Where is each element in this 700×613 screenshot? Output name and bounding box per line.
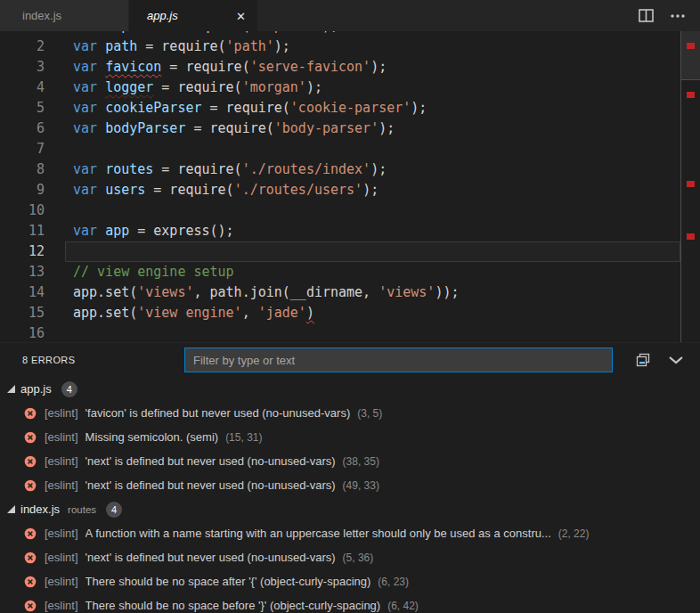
code-text: var path = require('path'); (65, 37, 680, 57)
scrollbar-thumb[interactable] (681, 31, 700, 80)
line-number: 4 (0, 78, 65, 98)
code-line[interactable]: 12 (0, 241, 680, 262)
group-file-label: index.js (20, 503, 60, 516)
tab-label: app.js (129, 9, 178, 22)
twistie-expanded-icon (7, 385, 15, 393)
twistie-expanded-icon (7, 505, 15, 513)
code-text: // view engine setup (65, 262, 680, 282)
problem-row[interactable]: [eslint] 'next' is defined but never use… (0, 545, 700, 569)
problems-group-row[interactable]: index.js routes 4 (0, 497, 700, 521)
errors-count-label: 8 ERRORS (22, 343, 75, 377)
tab-index-js[interactable]: index.js (0, 0, 129, 31)
code-line[interactable]: 10 (0, 200, 680, 221)
ruler-error-marker (687, 181, 695, 187)
problem-source: [eslint] (45, 599, 78, 612)
line-number: 10 (0, 200, 65, 221)
problem-message: There should be no space before '}' (obj… (85, 599, 381, 612)
code-text: app.set('views', path.join(__dirname, 'v… (65, 282, 680, 303)
code-line[interactable]: 4var logger = require('morgan'); (0, 78, 680, 98)
editor-tab-bar: index.js app.js ✕ (0, 0, 700, 31)
problem-row[interactable]: [eslint] There should be no space before… (0, 593, 700, 613)
more-actions-icon[interactable] (670, 13, 686, 19)
code-line[interactable]: 5var cookieParser = require('cookie-pars… (0, 98, 680, 119)
code-text (65, 139, 680, 159)
code-line[interactable]: 9var users = require('./routes/users'); (0, 180, 680, 200)
problem-source: [eslint] (45, 551, 78, 564)
problem-row[interactable]: [eslint] Missing semicolon. (semi) (15, … (0, 425, 700, 449)
code-text (65, 323, 680, 342)
line-number: 14 (0, 282, 65, 303)
code-line[interactable]: 3var favicon = require('serve-favicon'); (0, 57, 680, 78)
problem-row[interactable]: [eslint] 'next' is defined but never use… (0, 449, 700, 473)
code-line[interactable]: 11var app = express(); (0, 221, 680, 241)
close-icon[interactable]: ✕ (236, 9, 246, 22)
code-line[interactable]: 15app.set('view engine', 'jade') (0, 303, 680, 323)
problem-position: (3, 5) (357, 407, 382, 420)
code-text: app.set('view engine', 'jade') (65, 303, 680, 323)
problem-message: 'next' is defined but never used (no-unu… (85, 454, 336, 468)
problems-panel: 8 ERRORS app.js 4 (0, 342, 700, 613)
line-number: 13 (0, 262, 65, 282)
marker-list: app.js 4 [eslint] 'favicon' is defined b… (0, 377, 700, 613)
problem-position: (49, 33) (343, 479, 379, 492)
code-text: var routes = require('./routes/index'); (65, 159, 680, 180)
code-text: var cookieParser = require('cookie-parse… (65, 98, 680, 119)
problem-row[interactable]: [eslint] 'next' is defined but never use… (0, 473, 700, 497)
line-number: 7 (0, 139, 65, 159)
code-line[interactable]: 13// view engine setup (0, 262, 680, 282)
line-number: 11 (0, 221, 65, 241)
problem-position: (38, 35) (343, 455, 379, 468)
code-text (65, 241, 680, 262)
collapse-all-icon[interactable] (636, 353, 650, 367)
problems-group-row[interactable]: app.js 4 (0, 377, 700, 401)
problem-source: [eslint] (45, 406, 78, 420)
line-number: 12 (0, 241, 65, 262)
group-count-badge: 4 (61, 381, 77, 397)
split-editor-icon[interactable] (639, 9, 654, 22)
problem-message: A function with a name starting with an … (85, 527, 551, 540)
problem-position: (6, 42) (387, 600, 419, 612)
problem-position: (2, 22) (558, 527, 590, 540)
line-number: 5 (0, 98, 65, 119)
error-icon (24, 455, 37, 468)
problem-message: 'next' is defined but never used (no-unu… (85, 478, 336, 492)
problem-source: [eslint] (45, 430, 78, 444)
problem-row[interactable]: [eslint] 'favicon' is defined but never … (0, 401, 700, 425)
code-line[interactable]: 16 (0, 323, 680, 342)
line-number: 16 (0, 323, 65, 342)
error-icon (24, 479, 37, 492)
code-line[interactable]: 14app.set('views', path.join(__dirname, … (0, 282, 680, 303)
group-file-label: app.js (20, 382, 52, 396)
editor-scrollbar[interactable] (680, 31, 700, 342)
vscode-window: index.js app.js ✕ 1var express (0, 0, 700, 613)
tabbar-actions (639, 0, 700, 31)
code-text: var logger = require('morgan'); (65, 78, 680, 98)
code-line[interactable]: 2var path = require('path'); (0, 37, 680, 57)
code-text: var users = require('./routes/users'); (65, 180, 680, 200)
code-line[interactable]: 7 (0, 139, 680, 159)
error-icon (24, 431, 37, 444)
code-text: var bodyParser = require('body-parser'); (65, 119, 680, 139)
problem-row[interactable]: [eslint] There should be no space after … (0, 569, 700, 593)
code-editor[interactable]: 1var express = require('express');2var p… (0, 31, 700, 342)
line-number: 9 (0, 180, 65, 200)
problem-message: 'next' is defined but never used (no-unu… (85, 551, 336, 564)
problems-filter-input[interactable] (184, 347, 613, 372)
problem-source: [eslint] (45, 575, 78, 588)
problem-position: (5, 36) (343, 552, 374, 564)
code-text: var favicon = require('serve-favicon'); (65, 57, 680, 78)
line-number: 6 (0, 119, 65, 139)
error-icon (24, 407, 37, 420)
problem-source: [eslint] (45, 527, 78, 540)
ruler-error-marker (687, 92, 695, 98)
ruler-error-marker (687, 233, 695, 240)
error-icon (24, 552, 37, 564)
ruler-error-marker (687, 43, 695, 49)
code-line[interactable]: 6var bodyParser = require('body-parser')… (0, 119, 680, 139)
code-line[interactable]: 8var routes = require('./routes/index'); (0, 159, 680, 180)
group-count-badge: 4 (106, 502, 122, 518)
problems-panel-header: 8 ERRORS (0, 343, 700, 377)
chevron-down-icon[interactable] (668, 356, 684, 364)
problem-row[interactable]: [eslint] A function with a name starting… (0, 521, 700, 545)
tab-app-js[interactable]: app.js ✕ (129, 0, 258, 31)
